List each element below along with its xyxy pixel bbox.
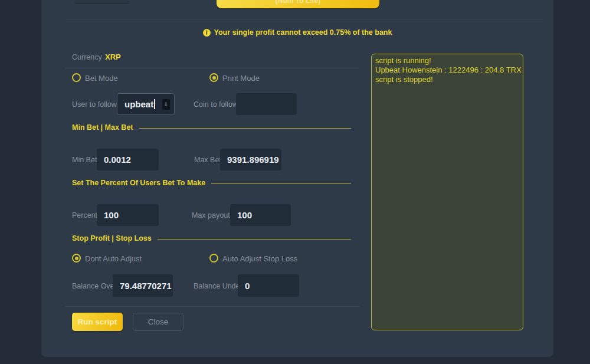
max-bet-label: Max Bet [194, 156, 221, 164]
bet-mode-radio[interactable] [72, 73, 81, 82]
percent-input[interactable]: 100 [97, 204, 159, 226]
coin-to-follow-label: Coin to follow [194, 100, 238, 109]
max-bet-input[interactable]: 9391.896919 [220, 149, 281, 170]
section-rule [139, 128, 351, 129]
balance-over-input[interactable]: 79.48770271 [113, 274, 173, 297]
section-percent: Set The Percent Of Users Bet To Make [72, 179, 351, 187]
max-bet-value: 9391.896919 [227, 155, 279, 165]
log-line: script is stopped! [375, 75, 519, 84]
section-stop-title: Stop Profit | Stop Loss [72, 234, 152, 242]
section-rule [211, 183, 351, 184]
warning-row: i Your single profit cannot exceed 0.75%… [41, 28, 553, 37]
percent-value: 100 [104, 210, 119, 220]
section-stop: Stop Profit | Stop Loss [72, 234, 351, 242]
script-log-textarea[interactable]: script is running! Upbeat Howenstein : 1… [371, 54, 523, 330]
log-line: Upbeat Howenstein : 1222496 : 204.8 TRX [375, 65, 519, 75]
section-rule [158, 239, 351, 240]
warning-text: Your single profit cannot exceed 0.75% o… [214, 28, 392, 37]
percent-label: Percent [72, 211, 97, 219]
run-script-button[interactable]: Run script [72, 313, 123, 331]
user-to-follow-input[interactable]: upbeat ⇩ [117, 93, 175, 115]
section-bet-limits-title: Min Bet | Max Bet [72, 123, 133, 132]
script-modal: (Num To Life) i Your single profit canno… [41, 0, 553, 357]
balance-under-input[interactable]: 0 [238, 274, 299, 297]
keyboard-icon[interactable]: ⇩ [162, 99, 170, 110]
user-to-follow-value: upbeat [124, 99, 153, 109]
dont-auto-adjust-radio[interactable] [72, 254, 81, 263]
close-button[interactable]: Close [133, 313, 183, 331]
bet-mode-label[interactable]: Bet Mode [85, 74, 118, 83]
text-caret [154, 99, 155, 109]
auto-adjust-stop-loss-label[interactable]: Auto Adjust Stop Loss [222, 254, 297, 263]
balance-over-value: 79.48770271 [120, 281, 172, 291]
balance-under-label: Balance Under [194, 282, 242, 290]
user-to-follow-label: User to follow [72, 100, 117, 109]
page: (Num To Life) i Your single profit canno… [0, 0, 590, 364]
balance-over-label: Balance Over [72, 282, 117, 290]
run-script-button-label: Run script [78, 317, 117, 326]
print-mode-radio[interactable] [209, 73, 218, 82]
auto-adjust-stop-loss-radio[interactable] [209, 254, 218, 263]
info-icon: i [203, 29, 211, 37]
currency-value[interactable]: XRP [105, 53, 121, 61]
print-mode-label[interactable]: Print Mode [222, 74, 260, 83]
divider [65, 306, 360, 307]
cutoff-input-remnant[interactable] [75, 0, 129, 4]
section-percent-title: Set The Percent Of Users Bet To Make [72, 179, 205, 187]
top-cutoff-button-label: (Num To Life) [276, 0, 320, 5]
section-bet-limits: Min Bet | Max Bet [72, 123, 351, 132]
coin-to-follow-input[interactable] [236, 93, 297, 115]
max-payout-label: Max payout [192, 211, 230, 219]
min-bet-value: 0.0012 [104, 155, 131, 165]
balance-under-value: 0 [245, 281, 250, 291]
min-bet-label: Min Bet [72, 156, 97, 164]
divider [66, 19, 543, 20]
top-cutoff-button[interactable]: (Num To Life) [217, 0, 379, 8]
close-button-label: Close [148, 317, 169, 326]
dont-auto-adjust-label[interactable]: Dont Auto Adjust [85, 254, 142, 263]
divider [65, 68, 359, 68]
max-payout-value: 100 [237, 210, 252, 220]
log-line: script is running! [375, 56, 519, 65]
max-payout-input[interactable]: 100 [230, 204, 291, 226]
min-bet-input[interactable]: 0.0012 [97, 149, 159, 170]
currency-label: Currency [72, 53, 102, 61]
